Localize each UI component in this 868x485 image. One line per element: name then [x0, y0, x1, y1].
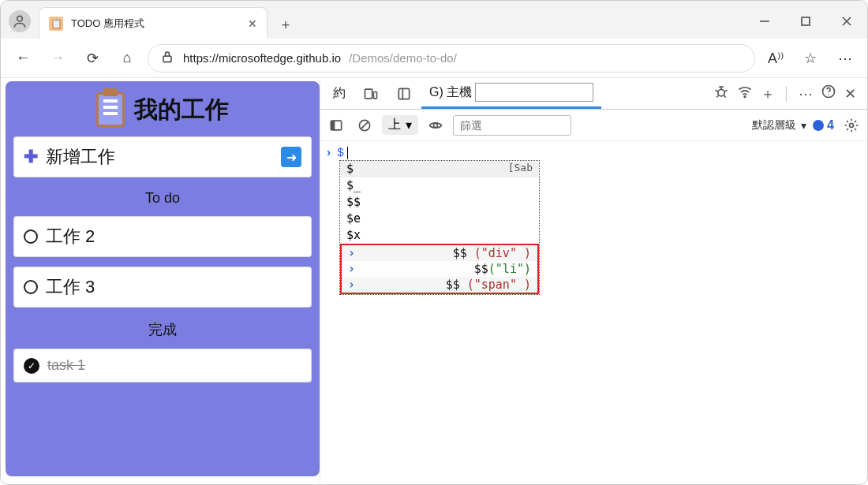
read-aloud-button[interactable]: A⁾⁾	[761, 44, 790, 73]
svg-line-22	[361, 121, 368, 128]
forward-button[interactable]: →	[43, 44, 72, 73]
favorite-button[interactable]: ☆	[796, 44, 825, 73]
submit-task-button[interactable]: ➜	[281, 147, 301, 167]
autocomplete-item[interactable]: $e	[340, 211, 539, 227]
tab-host-edit-input[interactable]	[475, 83, 593, 102]
url-path: /Demos/demo-to-do/	[349, 51, 457, 65]
app-title: 我的工作	[134, 94, 229, 126]
tab-title: TODO 應用程式	[71, 17, 240, 31]
sidebar-toggle-icon[interactable]	[325, 114, 347, 136]
svg-rect-20	[331, 121, 335, 130]
history-item[interactable]: › $$ ("div" )	[342, 245, 537, 261]
task-done-icon[interactable]: ✓	[24, 358, 39, 374]
task-checkbox-icon[interactable]	[24, 229, 38, 244]
live-expression-icon[interactable]	[425, 114, 447, 136]
context-label: 上	[388, 117, 401, 133]
devtools-close-button[interactable]: ✕	[844, 85, 856, 103]
svg-line-14	[716, 95, 719, 98]
more-menu-button[interactable]: ⋯	[831, 44, 859, 73]
issues-dot-icon	[813, 120, 824, 131]
task-row-2[interactable]: 工作 2	[13, 216, 312, 257]
autocomplete-item[interactable]: $$	[340, 194, 539, 211]
autocomplete-item[interactable]: $x	[340, 227, 539, 244]
help-icon[interactable]	[821, 84, 836, 103]
devtools-add-tab-button[interactable]: ＋	[761, 84, 775, 103]
task-checkbox-icon[interactable]	[24, 280, 38, 294]
console-input-line[interactable]: › $	[325, 144, 862, 162]
task-done-label: task 1	[47, 357, 85, 374]
profile-avatar[interactable]	[9, 10, 31, 32]
task-label: 工作 3	[46, 275, 95, 299]
svg-rect-5	[163, 56, 171, 62]
console-prompt-icon: ›	[325, 147, 332, 160]
issues-count[interactable]: 4	[813, 118, 834, 132]
tab-dock-icon[interactable]	[388, 81, 420, 106]
tab-favicon-icon: 📋	[49, 17, 63, 31]
address-bar: ← → ⟳ ⌂ https://microsoftedge.github.io/…	[1, 39, 867, 78]
chevron-down-icon: ▾	[801, 119, 806, 132]
tab-host[interactable]: G) 主機	[421, 78, 601, 109]
history-item[interactable]: › $$ ("span" )	[342, 277, 537, 293]
wifi-icon[interactable]	[737, 84, 753, 103]
add-task-label: 新增工作	[46, 145, 115, 169]
task-label: 工作 2	[46, 225, 95, 248]
history-caret-icon: ›	[348, 278, 356, 292]
svg-line-12	[716, 90, 718, 91]
new-tab-button[interactable]: +	[272, 12, 299, 39]
svg-point-18	[828, 95, 829, 95]
tab-yue[interactable]: 約	[325, 80, 354, 106]
autocomplete-item[interactable]: $_	[340, 177, 539, 194]
home-button[interactable]: ⌂	[113, 44, 141, 73]
log-level-selector[interactable]: 默認層級 ▾	[752, 118, 806, 132]
devtools-panel: 約 G) 主機 ＋	[320, 78, 867, 484]
titlebar: 📋 TODO 應用程式 ✕ +	[1, 1, 867, 39]
svg-point-0	[17, 16, 23, 21]
tab-host-label: G) 主機	[429, 84, 472, 101]
console-settings-icon[interactable]	[840, 114, 862, 136]
chevron-down-icon: ▾	[406, 118, 412, 132]
svg-rect-2	[802, 17, 810, 25]
back-button[interactable]: ←	[9, 44, 37, 73]
console-body[interactable]: › $ $ [Sab $_ $$ $e $x ›	[320, 141, 867, 165]
svg-point-10	[718, 90, 724, 96]
history-caret-icon: ›	[348, 246, 356, 260]
issues-count-value: 4	[827, 118, 834, 132]
devtools-tabs: 約 G) 主機 ＋	[320, 78, 867, 110]
lock-icon	[159, 49, 175, 67]
tab-device-icon[interactable]	[355, 81, 387, 106]
svg-line-13	[724, 90, 727, 91]
close-window-button[interactable]	[826, 4, 867, 39]
history-item[interactable]: › $$("li")	[342, 261, 537, 277]
url-host: https://microsoftedge.github.io	[183, 51, 341, 65]
svg-rect-6	[365, 89, 372, 99]
plus-icon: ✚	[24, 147, 38, 167]
console-input-text: $	[337, 147, 344, 160]
svg-line-15	[724, 95, 726, 98]
autocomplete-item[interactable]: $ [Sab	[340, 161, 539, 177]
svg-point-16	[744, 96, 746, 98]
task-row-done-1[interactable]: ✓ task 1	[13, 349, 312, 382]
url-field[interactable]: https://microsoftedge.github.io/Demos/de…	[148, 44, 755, 73]
add-task-row[interactable]: ✚ 新增工作 ➜	[13, 136, 312, 177]
clipboard-icon	[96, 92, 125, 127]
minimize-button[interactable]	[744, 4, 785, 39]
browser-tab[interactable]: 📋 TODO 應用程式 ✕	[39, 7, 268, 39]
section-done-label: 完成	[13, 320, 312, 339]
autocomplete-popup: $ [Sab $_ $$ $e $x › $$ ("div" ) ›	[339, 160, 540, 295]
app-header: 我的工作	[13, 92, 312, 127]
console-filter-input[interactable]	[453, 115, 571, 136]
history-caret-icon: ›	[348, 262, 356, 276]
bug-icon[interactable]	[713, 84, 729, 103]
browser-window: 📋 TODO 應用程式 ✕ + ← → ⟳ ⌂ https://microsof…	[0, 0, 868, 485]
svg-rect-8	[398, 88, 409, 99]
task-row-3[interactable]: 工作 3	[13, 267, 312, 308]
context-selector[interactable]: 上 ▾	[382, 115, 418, 135]
svg-point-24	[850, 123, 854, 127]
refresh-button[interactable]: ⟳	[78, 44, 107, 73]
content-area: 我的工作 ✚ 新增工作 ➜ To do 工作 2 工作 3 完成 ✓	[1, 78, 867, 484]
tab-close-icon[interactable]: ✕	[248, 17, 257, 30]
clear-console-icon[interactable]	[354, 114, 376, 136]
window-controls	[744, 4, 867, 39]
devtools-more-button[interactable]: ⋯	[799, 85, 813, 103]
maximize-button[interactable]	[785, 4, 826, 39]
